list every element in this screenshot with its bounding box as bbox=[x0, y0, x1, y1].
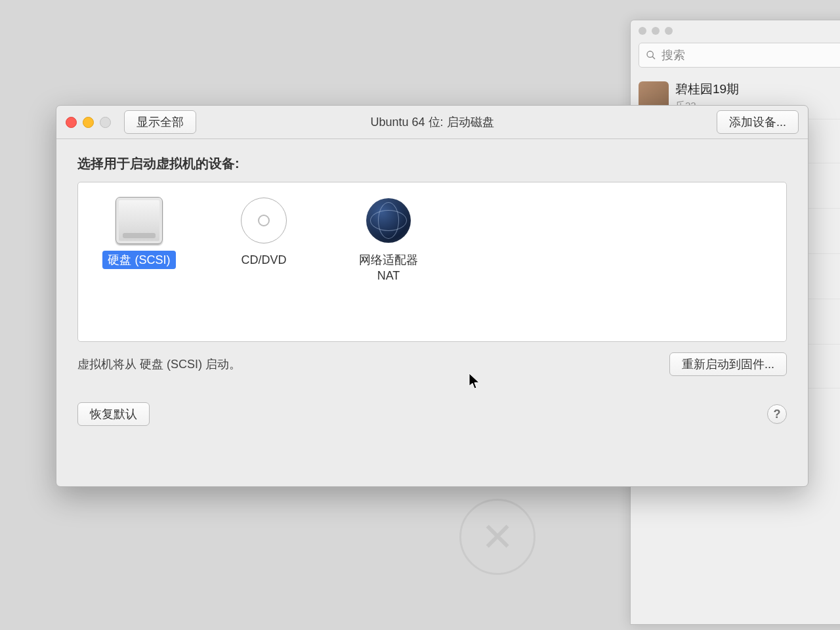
bg-dot bbox=[652, 27, 660, 35]
device-label: CD/DVD bbox=[236, 251, 291, 269]
watermark-icon: ✕ bbox=[459, 499, 536, 575]
show-all-button[interactable]: 显示全部 bbox=[124, 110, 196, 134]
device-cd[interactable]: CD/DVD bbox=[221, 194, 306, 332]
restart-to-firmware-button[interactable]: 重新启动到固件... bbox=[669, 352, 787, 376]
device-network[interactable]: 网络适配器 NAT bbox=[346, 194, 431, 332]
add-device-button[interactable]: 添加设备... bbox=[717, 110, 799, 134]
device-list: 硬盘 (SCSI) CD/DVD 网络适配器 NAT bbox=[77, 182, 787, 342]
startup-disk-window: 显示全部 Ubuntu 64 位: 启动磁盘 添加设备... 选择用于启动虚拟机… bbox=[56, 105, 808, 487]
harddisk-icon bbox=[116, 197, 163, 244]
device-sublabel: NAT bbox=[377, 269, 400, 283]
titlebar: 显示全部 Ubuntu 64 位: 启动磁盘 添加设备... bbox=[56, 106, 808, 139]
device-label: 硬盘 (SCSI) bbox=[102, 251, 175, 269]
bg-dot bbox=[639, 27, 646, 35]
network-globe-icon bbox=[366, 198, 411, 243]
search-icon bbox=[646, 50, 656, 60]
svg-point-0 bbox=[647, 51, 653, 57]
close-button[interactable] bbox=[66, 117, 77, 128]
bg-search-input[interactable]: 搜索 bbox=[639, 43, 840, 68]
zoom-button[interactable] bbox=[100, 117, 111, 128]
svg-line-1 bbox=[652, 56, 655, 59]
traffic-lights bbox=[66, 117, 111, 128]
bg-dot bbox=[665, 27, 673, 35]
restore-defaults-button[interactable]: 恢复默认 bbox=[77, 402, 150, 426]
status-text: 虚拟机将从 硬盘 (SCSI) 启动。 bbox=[77, 356, 241, 372]
minimize-button[interactable] bbox=[83, 117, 94, 128]
chat-title: 碧桂园19期 bbox=[675, 81, 739, 98]
device-hdd[interactable]: 硬盘 (SCSI) bbox=[96, 194, 182, 332]
cd-icon bbox=[241, 198, 287, 243]
prompt-label: 选择用于启动虚拟机的设备: bbox=[77, 155, 787, 173]
device-label: 网络适配器 bbox=[354, 251, 423, 269]
bg-search-placeholder: 搜索 bbox=[662, 47, 685, 63]
help-button[interactable]: ? bbox=[767, 404, 787, 424]
bg-traffic-lights bbox=[631, 20, 840, 39]
